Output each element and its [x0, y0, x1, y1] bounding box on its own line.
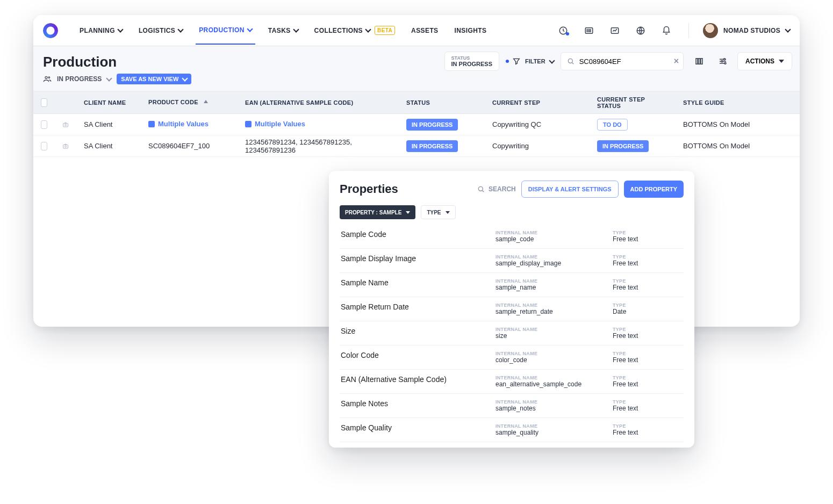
chevron-down-icon — [177, 26, 183, 32]
camera-icon — [62, 142, 69, 150]
search-icon — [477, 185, 485, 193]
actions-button[interactable]: ACTIONS — [737, 52, 792, 70]
svg-rect-7 — [696, 59, 698, 64]
col-client[interactable]: CLIENT NAME — [76, 99, 141, 106]
property-name: Size — [341, 327, 486, 335]
col-current-step-status[interactable]: CURRENT STEP STATUS — [590, 96, 676, 109]
status-chip-label: STATUS — [451, 55, 492, 61]
svg-point-10 — [724, 59, 726, 60]
table-row[interactable]: SA Client SC089604EF7_100 1234567891234,… — [33, 135, 800, 157]
nav-collections[interactable]: COLLECTIONSBETA — [311, 16, 399, 45]
col-status[interactable]: STATUS — [399, 99, 485, 106]
property-internal: INTERNAL NAME size — [496, 327, 603, 340]
display-alert-settings-button[interactable]: DISPLAY & ALERT SETTINGS — [521, 181, 619, 198]
beta-badge: BETA — [375, 26, 395, 35]
filter-active-dot — [506, 60, 509, 63]
property-type: TYPE Date — [613, 303, 683, 315]
property-internal: INTERNAL NAME sample_return_date — [496, 303, 603, 315]
nav-production[interactable]: PRODUCTION — [196, 17, 255, 45]
save-view-button[interactable]: SAVE AS NEW VIEW — [117, 74, 191, 84]
svg-point-14 — [65, 124, 67, 126]
cell-style-guide: BOTTOMS On Model — [676, 120, 800, 128]
type-filter-chip[interactable]: TYPE — [421, 205, 455, 219]
property-name: Sample Name — [341, 278, 486, 287]
clear-search-button[interactable]: × — [674, 56, 679, 66]
multiple-values-link[interactable]: Multiple Values — [245, 120, 305, 128]
row-checkbox[interactable] — [41, 142, 47, 150]
svg-rect-9 — [701, 59, 702, 64]
col-style-guide[interactable]: STYLE GUIDE — [676, 99, 800, 106]
cell-current-step: Copywriting QC — [485, 120, 590, 128]
property-row[interactable]: EAN (Alternative Sample Code) INTERNAL N… — [340, 370, 684, 394]
filter-button[interactable]: FILTER — [506, 57, 554, 66]
nav-logistics[interactable]: LOGISTICS — [135, 17, 186, 44]
brand-logo-icon — [43, 23, 58, 38]
property-row[interactable]: Size INTERNAL NAME size TYPE Free text — [340, 321, 684, 345]
row-checkbox[interactable] — [41, 120, 47, 129]
sliders-icon[interactable] — [715, 53, 731, 69]
panel-search[interactable]: SEARCH — [477, 185, 516, 193]
property-row[interactable]: Sample Return Date INTERNAL NAME sample_… — [340, 297, 684, 321]
status-badge: IN PROGRESS — [406, 119, 458, 131]
avatar — [703, 23, 718, 38]
cube-icon — [245, 121, 252, 127]
columns-icon[interactable] — [691, 53, 707, 69]
chevron-down-icon — [247, 26, 253, 32]
property-type: TYPE Free text — [613, 278, 683, 291]
property-row[interactable]: Sample Name INTERNAL NAME sample_name TY… — [340, 273, 684, 297]
search-input[interactable]: × — [561, 52, 684, 70]
svg-rect-13 — [63, 123, 68, 127]
view-label[interactable]: IN PROGRESS — [57, 75, 102, 83]
svg-point-16 — [65, 146, 67, 147]
search-field[interactable] — [578, 57, 671, 66]
col-current-step[interactable]: CURRENT STEP — [485, 99, 590, 106]
nav-planning[interactable]: PLANNING — [76, 17, 126, 44]
property-filter-chip[interactable]: PROPERTY : SAMPLE — [340, 205, 415, 219]
multiple-values-link[interactable]: Multiple Values — [148, 120, 209, 128]
select-all-checkbox[interactable] — [41, 98, 47, 107]
funnel-icon — [512, 57, 521, 66]
properties-panel: Properties SEARCH DISPLAY & ALERT SETTIN… — [329, 171, 694, 448]
property-row[interactable]: Color Code INTERNAL NAME color_code TYPE… — [340, 345, 684, 370]
cell-status: IN PROGRESS — [399, 119, 485, 131]
alerts-icon[interactable] — [555, 23, 571, 39]
top-nav: PLANNINGLOGISTICSPRODUCTIONTASKSCOLLECTI… — [33, 15, 800, 46]
cell-ean: Multiple Values — [238, 120, 399, 129]
globe-icon[interactable] — [633, 23, 649, 39]
col-ean[interactable]: EAN (ALTERNATIVE SAMPLE CODE) — [238, 99, 399, 106]
cell-ean: 1234567891234, 1234567891235, 1234567891… — [238, 138, 399, 154]
chevron-down-icon — [365, 26, 371, 32]
svg-rect-15 — [63, 145, 68, 148]
property-type: TYPE Free text — [613, 230, 683, 243]
search-icon — [566, 57, 575, 66]
nav-tasks[interactable]: TASKS — [265, 17, 301, 44]
property-row[interactable]: Sample Display Image INTERNAL NAME sampl… — [340, 249, 684, 273]
status-chip-value: IN PROGRESS — [451, 61, 492, 67]
caret-down-icon — [779, 60, 784, 63]
nav-assets[interactable]: ASSETS — [408, 17, 441, 44]
property-name: Sample Display Image — [341, 254, 486, 263]
property-row[interactable]: Sample Notes INTERNAL NAME sample_notes … — [340, 394, 684, 418]
panel-title: Properties — [340, 182, 471, 196]
chart-icon[interactable] — [607, 23, 623, 39]
chevron-down-icon — [785, 26, 791, 32]
cube-icon — [148, 121, 155, 127]
table-row[interactable]: SA Client Multiple Values Multiple Value… — [33, 114, 800, 135]
chevron-down-icon — [293, 26, 299, 32]
bell-icon[interactable] — [658, 23, 674, 39]
property-row[interactable]: Sample Code INTERNAL NAME sample_code TY… — [340, 225, 684, 249]
barcode-icon[interactable] — [581, 23, 597, 39]
cell-style-guide: BOTTOMS On Model — [676, 142, 800, 150]
property-row[interactable]: Sample Quality INTERNAL NAME sample_qual… — [340, 418, 684, 442]
main-nav: PLANNINGLOGISTICSPRODUCTIONTASKSCOLLECTI… — [76, 16, 490, 45]
add-property-button[interactable]: ADD PROPERTY — [624, 181, 684, 198]
account-name: NOMAD STUDIOS — [723, 27, 780, 34]
status-chip[interactable]: STATUS IN PROGRESS — [444, 52, 499, 71]
account-menu[interactable]: NOMAD STUDIOS — [703, 23, 790, 38]
nav-insights[interactable]: INSIGHTS — [451, 17, 490, 44]
col-product[interactable]: PRODUCT CODE — [141, 99, 238, 106]
camera-icon — [62, 120, 69, 129]
svg-point-11 — [721, 61, 723, 62]
property-type: TYPE Free text — [613, 423, 683, 436]
property-internal: INTERNAL NAME sample_code — [496, 230, 603, 243]
